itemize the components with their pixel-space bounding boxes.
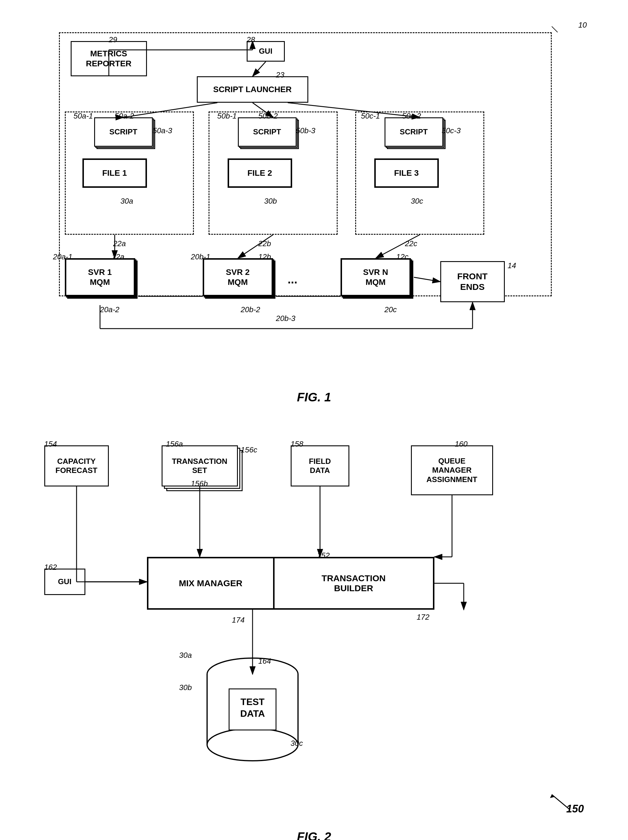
ref-172: 172 — [417, 613, 429, 622]
ref-12a: 12a — [112, 252, 125, 261]
dots: ... — [288, 273, 297, 286]
ref-50a2: 50a-2 — [115, 112, 134, 121]
ref-156b: 156b — [191, 479, 208, 488]
database-cylinder: TEST DATA — [206, 657, 300, 763]
svg-line-0 — [552, 27, 558, 32]
ref-22b: 22b — [259, 239, 271, 248]
ref-12b: 12b — [259, 252, 271, 261]
ref-152: 152 — [317, 551, 330, 560]
script-launcher-box: SCRIPT LAUNCHER — [197, 76, 308, 103]
ref-50c2: 50c-2 — [402, 112, 421, 121]
ref-50a1: 50a-1 — [74, 112, 93, 121]
ref-50a3: 50a-3 — [153, 126, 172, 135]
ref-150-arrow — [543, 789, 578, 812]
ref-30c: 30c — [291, 739, 303, 748]
ref-10: 10 — [578, 21, 587, 30]
ref-158: 158 — [291, 439, 303, 448]
ref-30a: 30a — [121, 197, 133, 206]
mix-transaction-outer: MIX MANAGER TRANSACTIONBUILDER — [147, 557, 434, 609]
front-ends-box: FRONTENDS — [440, 261, 505, 302]
ref-14: 14 — [508, 261, 516, 270]
ref-30b: 30b — [179, 683, 192, 692]
file1-box: FILE 1 — [82, 158, 147, 188]
file2-box: FILE 2 — [227, 158, 292, 188]
transaction-builder-box: TRANSACTIONBUILDER — [275, 558, 433, 608]
mix-manager-box: MIX MANAGER — [148, 558, 275, 608]
gui-box-fig2: GUI — [44, 568, 85, 595]
svg-text:TEST: TEST — [240, 696, 265, 707]
figure-1-container: 10 METRICSREPORTER 29 GUI 28 SCRIPT LAUN… — [35, 17, 593, 384]
ref-30c: 30c — [411, 197, 423, 206]
ref-50b1: 50b-1 — [217, 112, 237, 121]
ref-156c: 156c — [241, 445, 257, 455]
ref-174: 174 — [232, 616, 245, 625]
ref-12c: 12c — [396, 252, 409, 261]
ref-23: 23 — [276, 70, 284, 79]
capacity-forecast-box: CAPACITYFORECAST — [44, 445, 109, 486]
ref-164: 164 — [259, 657, 271, 666]
ref-20b1: 20b-1 — [191, 252, 211, 261]
ref-28: 28 — [247, 35, 255, 44]
ref-20b2: 20b-2 — [241, 305, 260, 314]
queue-manager-box: QUEUEMANAGERASSIGNMENT — [411, 445, 493, 495]
fig1-label: FIG. 1 — [24, 390, 604, 404]
metrics-reporter-box: METRICSREPORTER — [71, 41, 147, 76]
field-data-box: FIELDDATA — [291, 445, 349, 486]
ref-20a2: 20a-2 — [100, 305, 120, 314]
svg-text:DATA: DATA — [240, 708, 265, 719]
ref-50b2: 50b-2 — [259, 112, 278, 121]
ref-154: 154 — [44, 439, 57, 448]
ref-20a1: 20a-1 — [53, 252, 73, 261]
fig2-label: FIG. 2 — [24, 830, 604, 840]
ref-50c1: 50c-1 — [361, 112, 380, 121]
ref-20b3: 20b-3 — [276, 314, 296, 323]
ref-50c3: 50c-3 — [442, 126, 461, 135]
figure-2-container: 150 CAPACITYFORECAST 154 TRANSACTIONSET … — [35, 428, 593, 824]
ref-162: 162 — [44, 563, 57, 572]
ref-30a: 30a — [179, 651, 192, 660]
fig2-svg-lines — [35, 428, 593, 824]
file3-box: FILE 3 — [374, 158, 439, 188]
page: 10 METRICSREPORTER 29 GUI 28 SCRIPT LAUN… — [0, 0, 628, 840]
ref-22a: 22a — [113, 239, 126, 248]
svg-point-23 — [207, 728, 298, 761]
ref-160: 160 — [455, 439, 467, 448]
ref-29: 29 — [109, 35, 117, 44]
ref-20c: 20c — [385, 305, 397, 314]
ref-156a: 156a — [166, 439, 183, 448]
ref-50b3: 50b-3 — [296, 126, 316, 135]
ref-22c: 22c — [405, 239, 417, 248]
ref-30b: 30b — [264, 197, 277, 206]
